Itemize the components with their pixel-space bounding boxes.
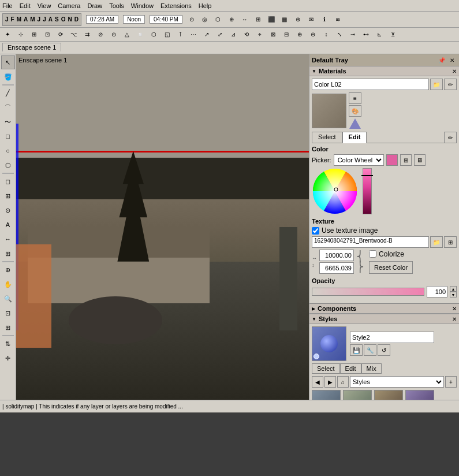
picker-icon-btn-2[interactable]: 🖥 xyxy=(414,154,426,166)
tool-freehand[interactable]: 〜 xyxy=(1,115,15,129)
toolbar-btn-1[interactable]: ⊙ xyxy=(185,13,198,26)
tool-polygon[interactable]: ⬡ xyxy=(1,158,15,172)
tool-paint[interactable]: 🪣 xyxy=(1,70,15,84)
opacity-bar[interactable] xyxy=(312,288,424,296)
materials-close-icon[interactable]: ✕ xyxy=(452,68,457,75)
mat-edit-btn[interactable]: ✏ xyxy=(444,79,457,90)
tb2-btn-10[interactable]: △ xyxy=(121,28,133,41)
tb2-btn-27[interactable]: ⊸ xyxy=(346,28,359,41)
picker-select[interactable]: Color Wheel xyxy=(334,154,384,166)
tb2-btn-21[interactable]: ⊠ xyxy=(267,28,279,41)
styles-tab-edit[interactable]: Edit xyxy=(340,363,361,374)
texture-browse-btn[interactable]: 📁 xyxy=(430,236,443,248)
menu-help[interactable]: Help xyxy=(199,2,212,9)
tb2-btn-16[interactable]: ↗ xyxy=(200,28,213,41)
tb2-btn-19[interactable]: ⟲ xyxy=(240,28,253,41)
tb2-btn-23[interactable]: ⊕ xyxy=(293,28,306,41)
tb2-btn-29[interactable]: ⊾ xyxy=(373,28,386,41)
tool-walk[interactable]: ⇅ xyxy=(1,337,15,351)
mat-edit-pencil-btn[interactable]: ✏ xyxy=(444,132,457,143)
tb2-btn-1[interactable]: ✦ xyxy=(1,28,14,41)
tb2-btn-14[interactable]: ⊺ xyxy=(174,28,186,41)
toolbar-btn-10[interactable]: ✉ xyxy=(305,13,318,26)
styles-home-btn[interactable]: ⌂ xyxy=(337,376,349,388)
toolbar-btn-7[interactable]: ⬛ xyxy=(265,13,278,26)
styles-reload-btn[interactable]: ↺ xyxy=(378,344,390,356)
mat-sample-btn[interactable]: 🎨 xyxy=(349,105,361,117)
menu-edit[interactable]: Edit xyxy=(20,2,31,9)
tool-rect[interactable]: □ xyxy=(1,129,15,143)
tool-protractor[interactable]: ⊙ xyxy=(1,203,15,217)
toolbar-btn-8[interactable]: ▦ xyxy=(278,13,291,26)
tb2-btn-26[interactable]: ⤡ xyxy=(333,28,346,41)
tb2-btn-8[interactable]: ⊘ xyxy=(94,28,107,41)
tool-pan[interactable]: ✋ xyxy=(1,277,15,291)
tray-close-icon[interactable]: ✕ xyxy=(447,55,457,65)
materials-section-header[interactable]: ▼ Materials ✕ xyxy=(309,66,459,76)
use-texture-checkbox[interactable] xyxy=(312,227,319,235)
tb2-btn-25[interactable]: ↕ xyxy=(320,28,333,41)
viewport[interactable]: Enscape scene 1 xyxy=(16,54,309,400)
tool-zoom-window[interactable]: ⊡ xyxy=(1,306,15,320)
toolbar-btn-11[interactable]: ℹ xyxy=(318,13,331,26)
toolbar-btn-5[interactable]: ↔ xyxy=(238,13,251,26)
tb2-btn-22[interactable]: ⊟ xyxy=(280,28,293,41)
color-wheel[interactable] xyxy=(312,168,358,214)
tb2-btn-3[interactable]: ⊞ xyxy=(28,28,40,41)
chain-link-icon[interactable]: ⎨⎬ xyxy=(356,251,364,272)
tb2-btn-6[interactable]: ⌥ xyxy=(68,28,80,41)
tool-dims[interactable]: ↔ xyxy=(1,232,15,246)
menu-view[interactable]: View xyxy=(38,2,51,9)
toolbar-btn-12[interactable]: ≋ xyxy=(331,13,344,26)
tb2-btn-11[interactable]: ◽ xyxy=(134,28,147,41)
scene-tab[interactable]: Enscape scene 1 xyxy=(2,43,61,51)
tool-move[interactable]: ✛ xyxy=(1,351,15,365)
tray-pin-icon[interactable]: 📌 xyxy=(437,55,446,65)
tb2-btn-17[interactable]: ⤢ xyxy=(214,28,226,41)
tb2-btn-5[interactable]: ⟳ xyxy=(54,28,67,41)
toolbar-btn-9[interactable]: ⊛ xyxy=(292,13,304,26)
tb2-btn-28[interactable]: ⊷ xyxy=(360,28,372,41)
texture-edit-btn[interactable]: ⊞ xyxy=(444,236,457,248)
styles-section-header[interactable]: ▼ Styles ✕ xyxy=(309,314,459,324)
tool-zoom[interactable]: 🔍 xyxy=(1,292,15,306)
style-thumb-4[interactable] xyxy=(405,390,434,400)
picker-icon-btn-1[interactable]: ⊞ xyxy=(400,154,412,166)
color-wheel-svg[interactable] xyxy=(312,168,358,214)
menu-extensions[interactable]: Extensions xyxy=(161,2,192,9)
styles-forward-btn[interactable]: ▶ xyxy=(324,376,336,388)
tb2-btn-18[interactable]: ⊿ xyxy=(227,28,240,41)
tool-section[interactable]: ⊞ xyxy=(1,247,15,261)
menu-tools[interactable]: Tools xyxy=(109,2,124,9)
mat-browse-btn[interactable]: 📁 xyxy=(430,79,443,90)
menu-window[interactable]: Window xyxy=(131,2,154,9)
components-close-icon[interactable]: ✕ xyxy=(452,306,457,312)
styles-name-input[interactable] xyxy=(350,332,434,343)
styles-close-icon[interactable]: ✕ xyxy=(452,316,457,322)
menu-draw[interactable]: Draw xyxy=(87,2,102,9)
tb2-btn-24[interactable]: ⊖ xyxy=(307,28,319,41)
styles-save-btn[interactable]: 💾 xyxy=(350,344,363,356)
toolbar-btn-6[interactable]: ⊞ xyxy=(252,13,264,26)
mat-list-btn[interactable]: ≡ xyxy=(349,92,361,104)
tool-circle[interactable]: ○ xyxy=(1,144,15,158)
toolbar-btn-2[interactable]: ◎ xyxy=(199,13,211,26)
tool-text[interactable]: A xyxy=(1,218,15,232)
tool-zoom-extents[interactable]: ⊞ xyxy=(1,321,15,334)
style-thumb-3[interactable] xyxy=(374,390,403,400)
style-thumb-2[interactable] xyxy=(343,390,372,400)
toolbar-btn-4[interactable]: ⊕ xyxy=(225,13,238,26)
tool-orbit[interactable]: ⊕ xyxy=(1,263,15,277)
tb2-btn-30[interactable]: ⊻ xyxy=(386,28,399,41)
styles-nav-select[interactable]: Styles xyxy=(350,376,444,388)
tb2-btn-13[interactable]: ◱ xyxy=(161,28,173,41)
color-bar[interactable] xyxy=(363,168,373,214)
texture-height-input[interactable] xyxy=(319,262,354,274)
opacity-up-btn[interactable]: ▲ xyxy=(450,286,457,292)
tb2-btn-15[interactable]: ⋯ xyxy=(187,28,200,41)
tb2-btn-12[interactable]: ⬡ xyxy=(147,28,160,41)
tool-tape[interactable]: ⊞ xyxy=(1,189,15,203)
tab-edit[interactable]: Edit xyxy=(342,132,367,143)
tb2-btn-9[interactable]: ⊙ xyxy=(107,28,120,41)
mat-name-input[interactable] xyxy=(312,79,429,90)
